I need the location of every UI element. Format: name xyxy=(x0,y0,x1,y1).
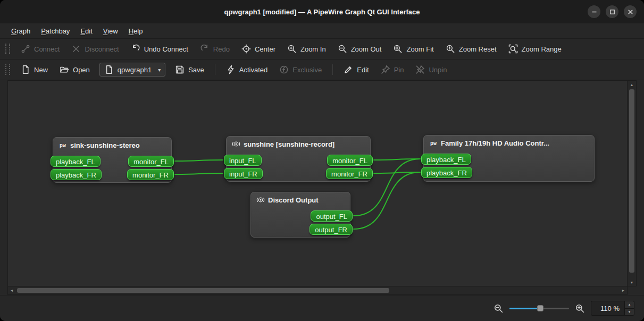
close-icon xyxy=(628,9,633,15)
toolbar-label: Exclusive xyxy=(292,66,322,74)
toolbar-unpin-button[interactable]: Unpin xyxy=(410,62,452,78)
port-playback-fr[interactable]: playback_FR xyxy=(51,169,102,180)
toolbar-zoom-reset-button[interactable]: Zoom Reset xyxy=(440,41,502,57)
port-output-fr[interactable]: output_FR xyxy=(310,224,353,235)
toolbar-disconnect-button[interactable]: Disconnect xyxy=(66,41,124,57)
menu-help[interactable]: Help xyxy=(124,25,148,37)
zoom-in-icon xyxy=(287,44,297,54)
scroll-right-arrow[interactable]: ► xyxy=(620,286,627,294)
horizontal-scroll-track[interactable] xyxy=(16,288,619,293)
vertical-scroll-thumb[interactable] xyxy=(629,89,634,273)
zoom-reset-icon xyxy=(446,44,455,54)
toolbar-zoom-range-button[interactable]: Zoom Range xyxy=(503,41,567,57)
toolbar-exclusive-button[interactable]: Exclusive xyxy=(274,62,327,78)
graph-canvas[interactable]: pwsink-sunshine-stereoplayback_FLplaybac… xyxy=(7,80,628,286)
minimize-button[interactable] xyxy=(588,5,600,18)
menu-patchbay[interactable]: Patchbay xyxy=(36,25,74,37)
zoom-value[interactable]: 110 % xyxy=(591,301,624,315)
toolbar-zoom-out-button[interactable]: Zoom Out xyxy=(332,41,387,57)
menu-edit[interactable]: Edit xyxy=(76,25,97,37)
menu-graph[interactable]: Graph xyxy=(6,25,35,37)
port-playback-fl[interactable]: playback_FL xyxy=(421,154,471,165)
node-title: Family 17h/19h HD Audio Contr... xyxy=(441,139,549,147)
toolbar-undo-connect-button[interactable]: Undo Connect xyxy=(126,41,194,57)
connections-layer xyxy=(8,81,627,286)
zoom-in-icon[interactable] xyxy=(575,303,585,314)
toolbar-center-button[interactable]: Center xyxy=(236,41,281,57)
toolbar-activated-button[interactable]: Activated xyxy=(221,62,273,78)
horizontal-scroll-thumb[interactable] xyxy=(17,288,389,293)
toolbar-handle[interactable] xyxy=(5,64,10,75)
node-family[interactable]: pwFamily 17h/19h HD Audio Contr...playba… xyxy=(423,135,595,182)
node-title: sink-sunshine-stereo xyxy=(70,141,140,149)
node-sunshine[interactable]: sunshine [sunshine-record]input_FLinput_… xyxy=(226,136,371,182)
toolbar-label: qpwgraph1 xyxy=(118,66,152,74)
toolbar-label: New xyxy=(34,66,48,74)
port-playback-fl[interactable]: playback_FL xyxy=(51,156,101,167)
toolbar-redo-button[interactable]: Redo xyxy=(195,41,235,57)
zoom-range-icon xyxy=(508,44,518,54)
node-header: sunshine [sunshine-record] xyxy=(227,137,370,150)
toolbar-label: Redo xyxy=(213,45,230,53)
port-input-fl[interactable]: input_FL xyxy=(224,155,262,166)
port-monitor-fl[interactable]: monitor_FL xyxy=(128,156,174,167)
scroll-up-arrow[interactable]: ▲ xyxy=(628,81,636,88)
redo-icon xyxy=(200,44,210,54)
port-monitor-fr[interactable]: monitor_FR xyxy=(127,169,174,180)
toolbar-connect-button[interactable]: Connect xyxy=(15,41,65,57)
port-monitor-fl[interactable]: monitor_FL xyxy=(327,155,373,166)
node-header: pwFamily 17h/19h HD Audio Contr... xyxy=(424,136,594,149)
port-input-fr[interactable]: input_FR xyxy=(224,168,263,179)
toolbar-edit-button[interactable]: Edit xyxy=(338,62,374,78)
toolbar-label: Unpin xyxy=(429,66,447,74)
toolbar-file: NewOpenqpwgraph1▾SaveActivatedExclusiveE… xyxy=(0,60,644,80)
toolbar-zoom-fit-button[interactable]: Zoom Fit xyxy=(388,41,439,57)
toolbar-save-button[interactable]: Save xyxy=(170,62,210,78)
spin-down-button[interactable]: ▼ xyxy=(625,308,634,316)
zoom-slider-handle[interactable] xyxy=(537,305,543,311)
toolbar-label: Zoom Fit xyxy=(406,45,433,53)
connection-cable[interactable] xyxy=(175,173,223,174)
toolbar-zoom-in-button[interactable]: Zoom In xyxy=(282,41,331,57)
activated-icon xyxy=(226,65,236,74)
toolbar-pin-button[interactable]: Pin xyxy=(375,62,409,78)
vertical-scrollbar[interactable]: ▲ ▼ xyxy=(628,80,637,286)
toolbar-label: Zoom Reset xyxy=(459,45,497,53)
statusbar: 110 % ▲ ▼ xyxy=(0,295,644,321)
connection-cable[interactable] xyxy=(175,160,223,161)
scroll-left-arrow[interactable]: ◄ xyxy=(8,286,15,294)
scroll-down-arrow[interactable]: ▼ xyxy=(628,278,636,286)
toolbar-label: Zoom Out xyxy=(351,45,382,53)
vertical-scroll-track[interactable] xyxy=(629,89,634,278)
node-title: Discord Output xyxy=(268,196,319,204)
toolbar-label: Edit xyxy=(357,66,369,74)
toolbar-label: Zoom Range xyxy=(522,45,562,53)
node-header: pwsink-sunshine-stereo xyxy=(53,138,171,151)
toolbar-label: Activated xyxy=(239,66,267,74)
port-monitor-fr[interactable]: monitor_FR xyxy=(326,168,373,179)
spin-up-button[interactable]: ▲ xyxy=(625,301,634,308)
toolbar-new-button[interactable]: New xyxy=(15,62,53,78)
maximize-button[interactable] xyxy=(606,5,618,18)
scrollbar-corner xyxy=(628,286,637,295)
app-window: qpwgraph1 [modified] — A PipeWire Graph … xyxy=(0,0,644,321)
zoom-slider[interactable] xyxy=(509,303,569,313)
zoom-slider-fill xyxy=(509,308,540,309)
menu-view[interactable]: View xyxy=(98,25,123,37)
toolbar-open-button[interactable]: Open xyxy=(54,62,95,78)
zoom-out-icon[interactable] xyxy=(494,303,504,314)
node-sink[interactable]: pwsink-sunshine-stereoplayback_FLplaybac… xyxy=(53,137,172,183)
session-combo[interactable]: qpwgraph1▾ xyxy=(99,63,165,77)
port-playback-fr[interactable]: playback_FR xyxy=(421,167,472,178)
node-discord[interactable]: Discord Outputoutput_FLoutput_FR xyxy=(250,192,350,238)
horizontal-scrollbar[interactable]: ◄ ► xyxy=(7,286,628,295)
toolbar-separator xyxy=(215,64,215,75)
port-output-fl[interactable]: output_FL xyxy=(311,210,353,222)
toolbar-handle[interactable] xyxy=(5,44,10,54)
menubar: GraphPatchbayEditViewHelp xyxy=(0,23,644,39)
connect-icon xyxy=(21,44,30,54)
zoom-spinbox[interactable]: 110 % ▲ ▼ xyxy=(591,301,634,316)
close-button[interactable] xyxy=(624,5,637,18)
disconnect-icon xyxy=(71,44,81,54)
undo-icon xyxy=(131,44,140,54)
